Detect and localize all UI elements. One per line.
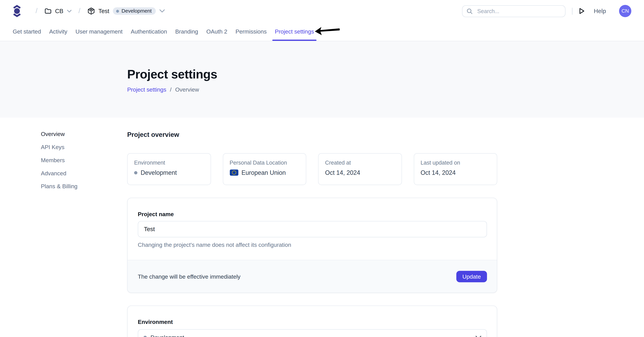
card-value: European Union [242,169,286,176]
breadcrumb-parent-link[interactable]: Project settings [127,86,166,93]
org-switcher[interactable]: CB [44,8,72,14]
breadcrumb-separator: / [170,86,172,93]
breadcrumb-current: Overview [175,86,199,93]
breadcrumb-separator: / [36,7,38,15]
search-box[interactable] [462,5,566,17]
tab-oauth2[interactable]: OAuth 2 [206,22,227,41]
card-value: Oct 14, 2024 [325,169,360,176]
environment-badge: Development [113,7,156,15]
project-name: Test [98,8,110,14]
app-root: / CB / Test Development [0,0,644,337]
project-name-helper: Changing the project's name does not aff… [138,241,487,248]
project-name-panel-footer: The change will be effective immediately… [128,260,497,292]
breadcrumb-separator: / [78,7,80,15]
tab-project-settings[interactable]: Project settings [275,22,314,41]
project-name-input[interactable] [143,226,482,233]
update-button[interactable]: Update [456,271,487,282]
footer-note: The change will be effective immediately [138,273,240,280]
breadcrumb: Project settings / Overview [127,86,644,93]
card-label: Personal Data Location [230,160,299,166]
card-value: Development [141,169,177,176]
section-heading: Project overview [127,131,497,138]
tab-authentication[interactable]: Authentication [131,22,167,41]
chevron-down-icon [67,9,72,12]
sidebar-item-members[interactable]: Members [41,154,127,167]
status-dot-icon [116,9,119,12]
card-value: Oct 14, 2024 [420,169,456,176]
page-header: Project settings Project settings / Over… [0,41,644,118]
card-environment: Environment Development [127,153,211,185]
card-label: Created at [325,160,395,166]
chevron-down-icon [476,336,481,337]
tab-branding[interactable]: Branding [175,22,198,41]
help-link[interactable]: Help [594,8,606,14]
top-bar: / CB / Test Development [0,0,644,22]
status-dot-icon [144,336,147,337]
card-data-location: Personal Data Location [223,153,306,185]
sidebar-item-overview[interactable]: Overview [41,127,127,141]
annotation-arrow-icon [315,26,340,35]
project-switcher[interactable]: Test Development [88,7,165,15]
sidebar-item-advanced[interactable]: Advanced [41,167,127,180]
status-dot-icon [134,171,137,174]
search-icon [467,8,473,14]
folder-icon [44,8,52,14]
project-name-label: Project name [138,211,487,217]
brand-logo[interactable] [12,5,21,17]
environment-badge-label: Development [122,8,152,14]
project-name-input-wrapper [138,221,487,237]
environment-label: Environment [138,319,487,325]
environment-panel: Environment Development [127,306,497,337]
chevron-down-icon [160,9,165,12]
tab-user-management[interactable]: User management [76,22,122,41]
main-area: Overview API Keys Members Advanced Plans… [0,118,644,337]
eu-flag-icon [230,170,238,176]
environment-selected-value: Development [150,334,472,337]
play-button[interactable] [579,8,585,14]
card-label: Environment [134,160,204,166]
tab-get-started[interactable]: Get started [12,22,41,41]
card-label: Last updated on [420,160,490,166]
search-input[interactable] [476,7,561,14]
settings-sidebar: Overview API Keys Members Advanced Plans… [41,118,127,337]
tab-activity[interactable]: Activity [49,22,67,41]
user-avatar[interactable]: CN [619,5,632,17]
environment-select[interactable]: Development [138,329,487,337]
project-name-panel: Project name Changing the project's name… [127,198,497,293]
sidebar-item-api-keys[interactable]: API Keys [41,141,127,154]
org-name: CB [55,8,63,14]
card-created-at: Created at Oct 14, 2024 [318,153,402,185]
card-last-updated: Last updated on Oct 14, 2024 [414,153,497,185]
page-title: Project settings [127,67,644,81]
tab-permissions[interactable]: Permissions [236,22,267,41]
logo-icon [12,5,21,17]
overview-cards: Environment Development Personal Data Lo… [127,153,497,185]
package-icon [88,7,95,15]
sidebar-item-plans-billing[interactable]: Plans & Billing [41,180,127,193]
settings-content: Project overview Environment Development… [127,118,497,337]
header-divider [572,7,572,14]
